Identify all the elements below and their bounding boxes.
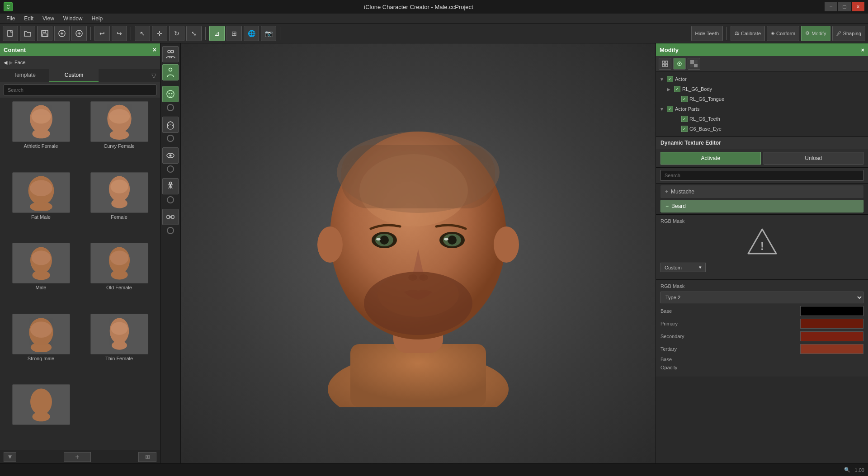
tertiary-color-swatch[interactable] xyxy=(800,344,863,354)
search-input[interactable] xyxy=(4,85,156,95)
face-thumb xyxy=(90,101,148,142)
back-icon[interactable]: ◀ xyxy=(4,60,7,66)
primary-color-swatch[interactable] xyxy=(800,319,863,329)
maximize-button[interactable]: □ xyxy=(838,2,851,11)
status-bar: 🔍 1.00 xyxy=(0,463,868,476)
face-tool-btn[interactable] xyxy=(162,86,179,102)
window-controls[interactable]: − □ × xyxy=(825,2,864,11)
arrange-button[interactable]: ⊞ xyxy=(138,452,156,462)
eye-label: G6_Base_Eye xyxy=(689,126,722,132)
save-button[interactable] xyxy=(37,26,52,41)
morph-btn[interactable] xyxy=(162,209,179,225)
activate-button[interactable]: Activate xyxy=(660,152,761,165)
check-teeth[interactable]: ✓ xyxy=(681,116,688,122)
check-actor[interactable]: ✓ xyxy=(667,76,673,82)
world-button[interactable]: 🌐 xyxy=(244,26,259,41)
expand-body[interactable]: ▶ xyxy=(667,87,672,92)
conform-button[interactable]: ◈ Conform xyxy=(767,26,799,41)
modify-panel-close[interactable]: × xyxy=(861,47,864,53)
export-button[interactable] xyxy=(71,26,87,41)
menu-help[interactable]: Help xyxy=(87,14,108,23)
rtool-btn-1[interactable] xyxy=(659,58,671,70)
scroll-down-button[interactable]: ▼ xyxy=(4,452,16,462)
expand-actor[interactable]: ▼ xyxy=(660,77,665,82)
unload-button[interactable]: Unload xyxy=(764,152,864,165)
tool-circle-3[interactable] xyxy=(167,165,174,173)
rgb-mask-type-dropdown[interactable]: Type 2 Type 1 Type 3 xyxy=(660,292,863,303)
tab-custom[interactable]: Custom xyxy=(49,69,99,82)
minimize-button[interactable]: − xyxy=(825,2,837,11)
modify-button[interactable]: ⚙ Modify xyxy=(801,26,830,41)
menu-view[interactable]: View xyxy=(38,14,59,23)
tree-row-tongue[interactable]: ✓ RL_G6_Tongue xyxy=(660,94,864,104)
move-tool[interactable]: ✛ xyxy=(152,26,167,41)
list-item[interactable] xyxy=(4,384,78,446)
check-body[interactable]: ✓ xyxy=(674,86,680,92)
tool-circle-1[interactable] xyxy=(167,104,174,111)
mustache-row[interactable]: Mustache xyxy=(660,185,863,198)
list-item[interactable]: Old Female xyxy=(82,243,156,310)
tree-row-body[interactable]: ▶ ✓ RL_G6_Body xyxy=(660,84,864,94)
grid-button[interactable]: ⊞ xyxy=(226,26,242,41)
add-item-button[interactable]: + xyxy=(64,452,91,462)
check-eye[interactable]: ✓ xyxy=(681,126,688,132)
svg-point-65 xyxy=(494,226,519,263)
list-item[interactable]: Thin Female xyxy=(82,314,156,381)
tab-template[interactable]: Template xyxy=(0,69,49,82)
tool-circle-5[interactable] xyxy=(167,227,174,234)
person-btn[interactable] xyxy=(162,64,179,80)
tertiary-color-row: Tertiary xyxy=(660,344,863,354)
face-label: Old Female xyxy=(106,285,132,290)
rtool-btn-2[interactable] xyxy=(673,58,686,70)
eye-btn[interactable] xyxy=(162,147,179,164)
tree-row-actor-parts[interactable]: ▼ ✓ Actor Parts xyxy=(660,104,864,114)
close-button[interactable]: × xyxy=(852,2,864,11)
checkerboard-btn[interactable] xyxy=(688,58,700,70)
menu-window[interactable]: Window xyxy=(59,14,87,23)
hair-btn[interactable] xyxy=(162,117,179,133)
svg-point-28 xyxy=(30,321,52,338)
tree-row-actor[interactable]: ▼ ✓ Actor xyxy=(660,74,864,84)
menu-edit[interactable]: Edit xyxy=(19,14,38,23)
expand-parts[interactable]: ▼ xyxy=(660,107,665,112)
list-item[interactable]: Fat Male xyxy=(4,172,78,240)
expand-btn[interactable]: ▽ xyxy=(148,69,160,82)
tree-row-teeth[interactable]: ✓ RL_G6_Teeth xyxy=(660,114,864,124)
hide-teeth-button[interactable]: Hide Teeth xyxy=(691,26,723,41)
list-item[interactable]: Curvy Female xyxy=(82,101,156,169)
import-button[interactable] xyxy=(54,26,70,41)
content-panel-close[interactable]: × xyxy=(153,46,156,53)
base-color-swatch[interactable] xyxy=(800,306,863,316)
open-button[interactable] xyxy=(20,26,35,41)
perspective-button[interactable]: ⊿ xyxy=(209,26,225,41)
new-button[interactable] xyxy=(3,26,18,41)
redo-button[interactable]: ↪ xyxy=(112,26,127,41)
dte-search-input[interactable] xyxy=(660,170,863,181)
body-btn[interactable] xyxy=(162,178,179,194)
menu-file[interactable]: File xyxy=(2,14,19,23)
tree-row-eye[interactable]: ✓ G6_Base_Eye xyxy=(660,124,864,134)
check-tongue[interactable]: ✓ xyxy=(681,96,688,102)
check-parts[interactable]: ✓ xyxy=(667,106,673,112)
custom-dropdown[interactable]: Custom ▾ xyxy=(660,263,706,272)
secondary-color-swatch[interactable] xyxy=(800,331,863,341)
list-item[interactable]: Male xyxy=(4,243,78,310)
calibrate-button[interactable]: ⚖ Calibrate xyxy=(731,26,765,41)
camera-button[interactable]: 📷 xyxy=(261,26,276,41)
rotate-tool[interactable]: ↻ xyxy=(169,26,184,41)
tool-circle-2[interactable] xyxy=(167,135,174,142)
list-item[interactable]: Athletic Female xyxy=(4,101,78,169)
3d-viewport[interactable] xyxy=(181,43,656,463)
scale-tool[interactable]: ⤡ xyxy=(186,26,202,41)
shaping-button[interactable]: 🖊 Shaping xyxy=(832,26,865,41)
select-tool[interactable]: ↖ xyxy=(135,26,150,41)
undo-button[interactable]: ↩ xyxy=(94,26,110,41)
characters-btn[interactable] xyxy=(162,46,179,62)
beard-row[interactable]: Beard xyxy=(660,200,863,212)
list-item[interactable]: Strong male xyxy=(4,314,78,381)
list-item[interactable]: Female xyxy=(82,172,156,240)
tool-circle-4[interactable] xyxy=(167,196,174,203)
svg-point-24 xyxy=(111,270,127,279)
face-thumb xyxy=(90,314,148,354)
svg-point-27 xyxy=(30,342,51,352)
